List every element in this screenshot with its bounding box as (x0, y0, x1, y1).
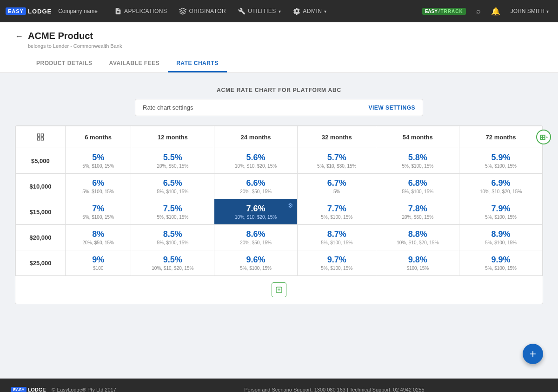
cell-rate: 6.7% (301, 178, 372, 188)
cell-sub: 5% (301, 189, 372, 194)
nav-logo-lodge: LODGE (28, 8, 52, 15)
search-button[interactable]: ⌕ (472, 7, 485, 15)
cell-sub: 20%, $50, 15% (218, 240, 293, 245)
cell-rate: 8.5% (135, 229, 210, 239)
cell-r1-c0[interactable]: 6%5%, $100, 15% (65, 174, 131, 199)
footer: EASY LODGE © EasyLodge® Pty Ltd 2017 Per… (0, 379, 558, 392)
cell-r4-c4[interactable]: 9.8%$100, 15% (376, 250, 459, 276)
cell-r0-c2[interactable]: 5.6%10%, $10, $20, 15% (214, 148, 298, 174)
cell-r2-c0[interactable]: 7%5%, $100, 15% (65, 199, 131, 225)
cell-rate: 5.5% (135, 153, 210, 163)
nav-utilities-label: UTILITIES (248, 8, 276, 14)
cell-sub: 20%, $50, 15% (380, 215, 455, 220)
cell-rate: 8.8% (380, 229, 455, 239)
col-header-12m: 12 months (131, 126, 214, 148)
tab-available-fees[interactable]: AVAILABLE FEES (101, 55, 168, 72)
main-content: ACME RATE CHART FOR PLATFORM ABC Rate ch… (0, 73, 558, 379)
notification-button[interactable]: 🔔 (487, 7, 504, 16)
cell-r3-c2[interactable]: 8.6%20%, $50, 15% (214, 225, 298, 250)
cell-r2-c1[interactable]: 7.5%5%, $100, 15% (131, 199, 214, 225)
add-row-button[interactable] (272, 282, 286, 297)
cell-rate: 9.6% (218, 255, 293, 265)
footer-support: Person and Scenario Support: 1300 080 16… (122, 387, 547, 392)
back-button[interactable]: ← (15, 32, 23, 41)
cell-rate: 5% (69, 153, 127, 163)
cell-r3-c1[interactable]: 8.5%5%, $100, 15% (131, 225, 214, 250)
cell-r4-c2[interactable]: 9.6%5%, $100, 15% (214, 250, 298, 276)
page-title: ACME Product (28, 31, 93, 41)
wrench-icon (238, 7, 246, 15)
cell-r3-c3[interactable]: 8.7%5%, $100, 15% (297, 225, 376, 250)
page-header: ← ACME Product belongs to Lender - Commo… (0, 22, 558, 73)
cell-sub: 5%, $100, 15% (380, 163, 455, 169)
nav-admin[interactable]: ADMIN ▾ (288, 0, 332, 22)
cell-r1-c5[interactable]: 6.9%10%, $10, $20, 15% (459, 174, 543, 199)
page-subtitle: belongs to Lender - Commonwealth Bank (28, 43, 543, 49)
cell-r0-c0[interactable]: 5%5%, $100, 15% (65, 148, 131, 174)
view-settings-button[interactable]: VIEW SETTINGS (368, 105, 415, 111)
footer-copyright: © EasyLodge® Pty Ltd 2017 (52, 387, 116, 392)
user-menu[interactable]: JOHN SMITH ▾ (507, 8, 552, 14)
chart-title: ACME RATE CHART FOR PLATFORM ABC (15, 87, 543, 93)
cell-r3-c4[interactable]: 8.8%10%, $10, $20, 15% (376, 225, 459, 250)
nav-originator-label: ORIGINATOR (189, 8, 226, 14)
cell-rate: 7.6% (218, 204, 293, 214)
cell-sub: 5%, $100, 15% (463, 215, 538, 220)
cell-r0-c1[interactable]: 5.5%20%, $50, 15% (131, 148, 214, 174)
fab-button[interactable]: + (523, 344, 543, 364)
cell-r4-c3[interactable]: 9.7%5%, $100, 15% (297, 250, 376, 276)
add-row-icon (276, 287, 282, 293)
cell-r4-c1[interactable]: 9.5%10%, $10, $20, 15% (131, 250, 214, 276)
cell-r3-c0[interactable]: 8%20%, $50, 15% (65, 225, 131, 250)
cell-r2-c2[interactable]: 7.6%10%, $10, $20, 15%⚙ (214, 199, 298, 225)
table-grid-icon (36, 133, 45, 141)
cell-r2-c3[interactable]: 7.7%5%, $100, 15% (297, 199, 376, 225)
cell-r0-c5[interactable]: 5.9%5%, $100, 15% (459, 148, 543, 174)
cell-r1-c4[interactable]: 6.8%5%, $100, 15% (376, 174, 459, 199)
cell-r0-c4[interactable]: 5.8%5%, $100, 15% (376, 148, 459, 174)
cell-r2-c4[interactable]: 7.8%20%, $50, 15% (376, 199, 459, 225)
row-label-$10,000: $10,000 (16, 174, 66, 199)
table-row: $5,0005%5%, $100, 15%5.5%20%, $50, 15%5.… (16, 148, 543, 174)
cell-rate: 6.9% (463, 178, 538, 188)
cell-sub: $100, 15% (380, 266, 455, 271)
cell-r1-c1[interactable]: 6.5%5%, $100, 15% (131, 174, 214, 199)
track-easy-label: EASY (425, 9, 438, 14)
cell-r3-c5[interactable]: 8.9%5%, $100, 15% (459, 225, 543, 250)
nav-originator[interactable]: ORIGINATOR (174, 0, 231, 22)
cell-rate: 7.7% (301, 204, 372, 214)
cell-r4-c5[interactable]: 9.9%5%, $100, 15% (459, 250, 543, 276)
cell-sub: 20%, $50, 15% (218, 189, 293, 194)
cell-rate: 7.5% (135, 204, 210, 214)
cell-rate: 9% (69, 255, 127, 265)
cell-sub: $100 (69, 266, 127, 271)
easy-track[interactable]: EASY / TRRACK (422, 8, 466, 15)
tab-rate-charts[interactable]: RATE CHARTS (168, 55, 227, 72)
cell-rate: 8.7% (301, 229, 372, 239)
nav-utilities[interactable]: UTILITIES ▾ (233, 0, 286, 22)
nav-applications[interactable]: APPLICATIONS (110, 0, 172, 22)
add-row-area (15, 276, 543, 304)
cell-sub: 10%, $10, $20, 15% (380, 240, 455, 245)
cell-rate: 7.8% (380, 204, 455, 214)
add-column-button[interactable]: ⊞+ (536, 130, 551, 144)
cell-gear-icon: ⚙ (288, 202, 293, 209)
cell-r0-c3[interactable]: 5.7%5%, $10, $30, 15% (297, 148, 376, 174)
cell-rate: 8% (69, 229, 127, 239)
cell-sub: 10%, $10, $20, 15% (135, 266, 210, 271)
cell-sub: 5%, $100, 15% (69, 163, 127, 169)
cell-r1-c2[interactable]: 6.6%20%, $50, 15% (214, 174, 298, 199)
cell-r1-c3[interactable]: 6.7%5% (297, 174, 376, 199)
tab-product-details[interactable]: PRODUCT DETAILS (28, 55, 101, 72)
utilities-chevron: ▾ (279, 9, 281, 14)
cell-r4-c0[interactable]: 9%$100 (65, 250, 131, 276)
rate-chart-container: ACME RATE CHART FOR PLATFORM ABC Rate ch… (15, 82, 543, 309)
cell-r2-c5[interactable]: 7.9%5%, $100, 15% (459, 199, 543, 225)
rate-table: 6 months 12 months 24 months 32 months 5… (15, 126, 543, 276)
cell-sub: 5%, $100, 15% (135, 215, 210, 220)
gear-icon (293, 7, 300, 15)
cell-rate: 5.8% (380, 153, 455, 163)
nav-logo[interactable]: EASY LODGE (6, 7, 52, 15)
cell-rate: 8.6% (218, 229, 293, 239)
admin-chevron: ▾ (324, 9, 327, 14)
